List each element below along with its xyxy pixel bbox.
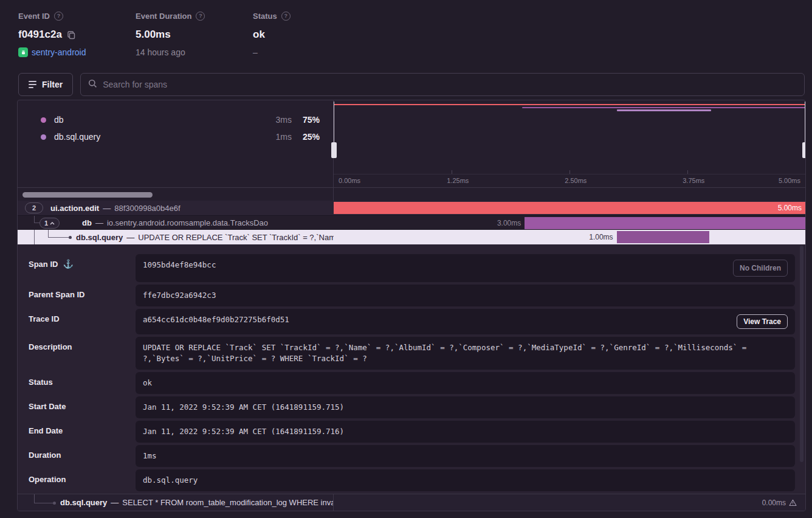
parent-span-id-value: ffe7dbc92a6942c3 [143,290,788,301]
no-children-badge: No Children [733,260,788,277]
search-icon [88,79,97,91]
detail-row-trace-id: Trace ID a654cc61dc0b48ef9d0b27275b6f0d5… [29,309,795,334]
search-input[interactable] [103,80,797,89]
span-duration-label: 0.00ms [762,499,786,507]
span-desc: io.sentry.android.roomsample.data.Tracks… [107,218,268,227]
help-icon[interactable]: ? [196,12,205,21]
span-row-db[interactable]: 1 db — io.sentry.android.roomsample.data… [18,215,805,230]
detail-row-description: Description UPDATE OR REPLACE `Track` SE… [29,337,795,370]
help-icon[interactable]: ? [281,12,291,21]
span-duration-bar [617,231,710,243]
axis-tick-label: 3.75ms [683,177,704,184]
children-count-badge[interactable]: 2 [25,202,43,213]
span-row-db-sql-query-select[interactable]: db.sql.query — SELECT * FROM room_table_… [18,494,805,511]
drag-grip[interactable] [331,142,337,158]
span-duration-label: 3.00ms [497,216,521,229]
end-date-value: Jan 11, 2022 9:52:39 AM CET (1641891159.… [143,426,788,437]
span-op: ui.action.edit [50,204,99,213]
axis-tick-label: 0.00ms [339,177,360,184]
span-duration-bar: 5.00ms [334,202,805,214]
span-dot-icon [53,502,56,505]
axis-tick-label: 5.00ms [779,177,800,184]
legend-dot-icon [41,134,46,140]
span-dot-icon [69,236,72,239]
legend-item: db.sql.query 1ms 25% [18,128,333,145]
event-id-field: Event ID? f0491c2a sentry-android [18,10,136,58]
span-duration-label: 5.00ms [778,202,802,214]
detail-row-end-date: End Date Jan 11, 2022 9:52:39 AM CET (16… [29,421,795,443]
detail-row-span-id: Span ID⚓ 1095bd4ef8e94bcc No Children [29,254,795,282]
view-trace-button[interactable]: View Trace [737,314,788,329]
time-axis: 0.00ms 1.25ms 2.50ms 3.75ms 5.00ms [334,174,805,187]
status-sub: – [253,47,258,57]
event-id-value: f0491c2a [18,29,62,41]
minimap-left-handle[interactable] [334,102,334,158]
drag-grip[interactable] [802,142,806,158]
toolbar: Filter [18,73,805,96]
project-link[interactable]: sentry-android [32,47,86,57]
operation-value: db.sql.query [143,475,788,486]
event-duration-value: 5.00ms [136,29,171,41]
span-duration-bar [525,217,805,229]
event-age: 14 hours ago [136,47,185,57]
minimap-section: db 3ms 75% db.sql.query 1ms 25% 0.00ms 1… [18,100,805,187]
detail-row-status: Status ok [29,372,795,394]
span-row-ui-action-edit[interactable]: 2 ui.action.edit — 88f300998a0b4e6f 5.00… [18,201,805,215]
legend-item: db 3ms 75% [18,111,333,128]
span-id-value: 1095bd4ef8e94bcc [143,260,733,271]
anchor-icon[interactable]: ⚓ [63,260,73,269]
span-duration-label: 1.00ms [589,230,613,244]
minimap-span-line [334,104,805,105]
horizontal-scrollbar[interactable] [22,192,153,198]
trace-minimap[interactable]: 0.00ms 1.25ms 2.50ms 3.75ms 5.00ms [334,100,805,187]
children-count-badge[interactable]: 1 [40,218,60,229]
search-box[interactable] [80,73,805,96]
minimap-span-line [522,107,805,108]
duration-value: 1ms [143,451,788,461]
tree-scrollbar-row [18,187,805,201]
status-label: Status [253,12,277,21]
axis-tick-label: 1.25ms [447,177,469,184]
operations-legend: db 3ms 75% db.sql.query 1ms 25% [18,100,334,187]
span-op: db [82,218,92,227]
span-viewer-panel: db 3ms 75% db.sql.query 1ms 25% 0.00ms 1… [17,100,806,511]
detail-row-duration: Duration 1ms [29,445,795,467]
start-date-value: Jan 11, 2022 9:52:39 AM CET (1641891159.… [143,402,788,413]
detail-row-operation: Operation db.sql.query [29,469,795,491]
filter-button[interactable]: Filter [18,73,73,96]
status-value: ok [143,378,788,388]
legend-dot-icon [41,117,46,123]
span-details-panel: Span ID⚓ 1095bd4ef8e94bcc No Children Pa… [18,244,805,494]
vertical-scrollbar[interactable] [800,246,803,462]
span-desc: UPDATE OR REPLACE `Track` SET `TrackId` … [138,233,334,242]
span-desc: SELECT * FROM room_table_modification_lo… [122,498,334,507]
minimap-right-handle[interactable] [805,102,805,158]
minimap-span-line [617,109,711,111]
span-op: db.sql.query [60,498,107,507]
status-value: ok [253,29,265,41]
description-value: UPDATE OR REPLACE `Track` SET `TrackId` … [143,342,788,364]
copy-icon[interactable] [67,30,76,40]
event-duration-label: Event Duration [136,12,191,21]
event-duration-field: Event Duration? 5.00ms 14 hours ago [136,10,253,58]
trace-id-value: a654cc61dc0b48ef9d0b27275b6f0d51 [143,314,737,325]
span-op: db.sql.query [76,233,123,242]
detail-row-start-date: Start Date Jan 11, 2022 9:52:39 AM CET (… [29,396,795,418]
axis-tick-label: 2.50ms [565,177,587,184]
span-row-db-sql-query-selected[interactable]: db.sql.query — UPDATE OR REPLACE `Track`… [18,230,805,244]
event-header: Event ID? f0491c2a sentry-android Event … [18,10,370,58]
android-platform-icon [18,47,28,57]
detail-row-parent-span-id: Parent Span ID ffe7dbc92a6942c3 [29,285,795,306]
event-id-label: Event ID [18,12,50,21]
status-field: Status? ok – [253,10,370,58]
help-icon[interactable]: ? [54,12,63,21]
filter-icon [29,81,36,88]
warning-triangle-icon [789,499,797,506]
span-desc: 88f300998a0b4e6f [114,204,180,213]
chevron-up-icon [50,222,55,225]
